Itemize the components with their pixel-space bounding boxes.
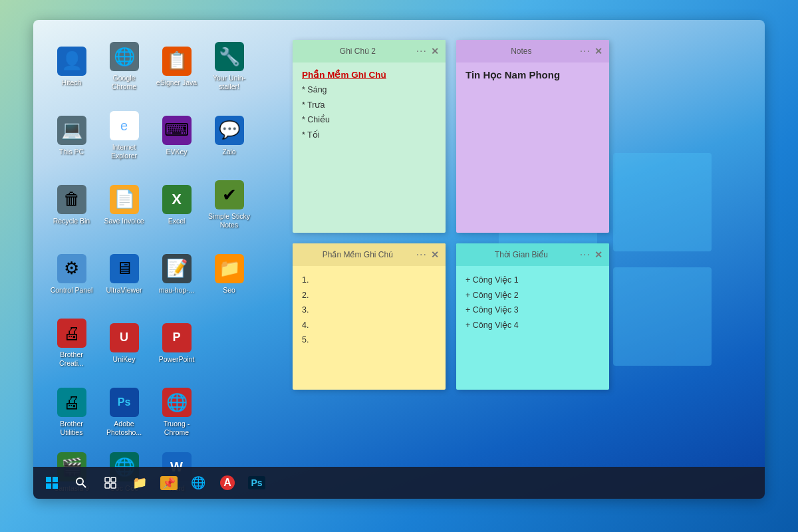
icon-empty2	[204, 379, 254, 446]
icon-evkey[interactable]: ⌨ EVKey	[152, 102, 201, 169]
esigner-label: eSigner Java	[156, 78, 197, 87]
hitech-label: Hitech	[62, 78, 82, 87]
note1-menu-button[interactable]: ···	[416, 45, 427, 57]
uninstaller-icon: 🔧	[215, 42, 244, 71]
icon-brother[interactable]: 🖨 Brother Creati...	[47, 310, 96, 376]
note3-close-button[interactable]: ✕	[431, 249, 439, 260]
powerpoint-icon: P	[162, 323, 192, 352]
icon-uninstaller[interactable]: 🔧 Your Unin-staller!	[204, 33, 254, 100]
icon-excel[interactable]: X Excel	[152, 172, 201, 238]
icon-seo[interactable]: 📁 Seo	[204, 241, 254, 307]
note1-item-1: * Sáng	[302, 82, 436, 98]
recyclebin-label: Recycle Bin	[53, 217, 90, 225]
brotherutilities-label: Brother Utilities	[49, 420, 94, 436]
controlpanel-icon: ⚙	[57, 254, 86, 283]
ultraviewer-icon: 🖥	[110, 254, 139, 283]
note4-header: Thời Gian Biểu ··· ✕	[456, 243, 609, 266]
fileexplorer-icon: 📁	[132, 475, 147, 490]
taskbar-chrome-button[interactable]: 🌐	[185, 469, 211, 496]
windows-start-icon	[46, 477, 58, 489]
icon-powerpoint[interactable]: P PowerPoint	[152, 310, 201, 376]
icon-empty1	[204, 310, 254, 376]
desktop-icons-area: 👤 Hitech 🌐 Google Chrome 📋 eSigner Java …	[47, 33, 273, 459]
icon-photoshop[interactable]: Ps Adobe Photosho...	[99, 379, 149, 446]
taskbar-photoshop-icon: Ps	[248, 476, 265, 489]
icon-chrome[interactable]: 🌐 Google Chrome	[99, 33, 149, 100]
icon-unikey[interactable]: U UniKey	[99, 310, 149, 376]
svg-rect-6	[105, 477, 110, 482]
controlpanel-label: Control Panel	[51, 286, 93, 295]
stickynotes-label: Simple Sticky Notes	[207, 212, 251, 229]
icon-ie[interactable]: e Internet Explorer	[99, 102, 149, 169]
icon-esigner[interactable]: 📋 eSigner Java	[152, 33, 201, 100]
taskbar-app1-icon: 📌	[160, 476, 178, 490]
note1-content-title: Phần Mềm Ghi Chú	[302, 69, 436, 80]
thispc-label: This PC	[59, 148, 84, 156]
icon-truongchrome[interactable]: 🌐 Truong - Chrome	[152, 379, 201, 446]
taskview-button[interactable]	[97, 469, 124, 496]
svg-rect-9	[111, 483, 116, 488]
icon-stickynotes[interactable]: ✔ Simple Sticky Notes	[204, 172, 254, 238]
svg-rect-8	[105, 483, 110, 488]
search-button[interactable]	[68, 469, 94, 496]
icon-saveinvoice[interactable]: 📄 Save Invoice	[99, 172, 149, 238]
zalo-icon: 💬	[215, 116, 244, 145]
note3-item-2: 2.	[302, 288, 436, 303]
brotherutilities-icon: 🖨	[57, 388, 86, 417]
sticky-notes-area: Ghi Chú 2 ··· ✕ Phần Mềm Ghi Chú * Sáng …	[293, 40, 609, 390]
note3-title: Phần Mềm Ghi Chú	[299, 250, 416, 259]
brother-icon: 🖨	[57, 319, 86, 348]
note1-close-button[interactable]: ✕	[431, 46, 439, 57]
truongchrome-label: Truong - Chrome	[154, 420, 199, 436]
icon-hitech[interactable]: 👤 Hitech	[47, 33, 96, 100]
note4-item-2: + Công Việc 2	[466, 288, 600, 303]
icon-recyclebin[interactable]: 🗑 Recycle Bin	[47, 172, 96, 238]
taskbar-app1-button[interactable]: 📌	[156, 469, 182, 496]
sticky-note-2: Notes ··· ✕ Tin Học Nam Phong	[456, 40, 609, 233]
icon-ultraviewer[interactable]: 🖥 UltraViewer	[99, 241, 149, 307]
powerpoint-label: PowerPoint	[159, 355, 195, 364]
fileexplorer-button[interactable]: 📁	[126, 469, 153, 496]
icon-mauhop[interactable]: 📝 mau-hop-...	[152, 241, 201, 307]
note3-header: Phần Mềm Ghi Chú ··· ✕	[293, 243, 446, 266]
icon-thispc[interactable]: 💻 This PC	[47, 102, 96, 169]
svg-rect-2	[46, 483, 51, 489]
note3-menu-button[interactable]: ···	[416, 249, 427, 261]
note4-item-1: + Công Việc 1	[466, 273, 600, 288]
note2-close-button[interactable]: ✕	[595, 46, 602, 57]
ie-icon: e	[110, 111, 139, 140]
icon-controlpanel[interactable]: ⚙ Control Panel	[47, 241, 96, 307]
icon-zalo[interactable]: 💬 Zalo	[204, 102, 254, 169]
start-button[interactable]	[39, 469, 65, 496]
ultraviewer-label: UltraViewer	[106, 286, 142, 295]
taskbar-app2-button[interactable]: A	[214, 469, 241, 496]
sticky-note-4: Thời Gian Biểu ··· ✕ + Công Việc 1 + Côn…	[456, 243, 609, 390]
note4-close-button[interactable]: ✕	[595, 249, 602, 260]
note4-menu-button[interactable]: ···	[580, 249, 591, 261]
zalo-label: Zalo	[222, 148, 235, 156]
note2-menu-button[interactable]: ···	[580, 45, 591, 57]
taskbar-photoshop-button[interactable]: Ps	[243, 469, 270, 496]
note1-item-2: * Trưa	[302, 98, 436, 113]
note2-header: Notes ··· ✕	[456, 40, 609, 63]
stickynotes-icon: ✔	[215, 180, 244, 209]
photoshop-label: Adobe Photosho...	[102, 420, 146, 436]
desktop: 👤 Hitech 🌐 Google Chrome 📋 eSigner Java …	[33, 20, 765, 499]
truongchrome-icon: 🌐	[162, 388, 192, 417]
unikey-label: UniKey	[113, 355, 136, 364]
mauhop-label: mau-hop-...	[159, 286, 195, 295]
excel-label: Excel	[168, 217, 186, 225]
note3-item-1: 1.	[302, 273, 436, 288]
saveinvoice-icon: 📄	[110, 185, 139, 214]
sticky-note-3: Phần Mềm Ghi Chú ··· ✕ 1. 2. 3. 4. 5.	[293, 243, 446, 390]
evkey-icon: ⌨	[162, 116, 192, 145]
icon-brotherutilities[interactable]: 🖨 Brother Utilities	[47, 379, 96, 446]
taskbar: 📁 📌 🌐 A Ps	[33, 467, 765, 499]
seo-label: Seo	[223, 286, 235, 295]
search-icon	[75, 477, 87, 489]
svg-rect-3	[53, 483, 58, 489]
note4-item-3: + Công Việc 3	[466, 303, 600, 318]
esigner-icon: 📋	[162, 47, 192, 76]
photoshop-icon: Ps	[110, 388, 139, 417]
recyclebin-icon: 🗑	[57, 185, 86, 214]
